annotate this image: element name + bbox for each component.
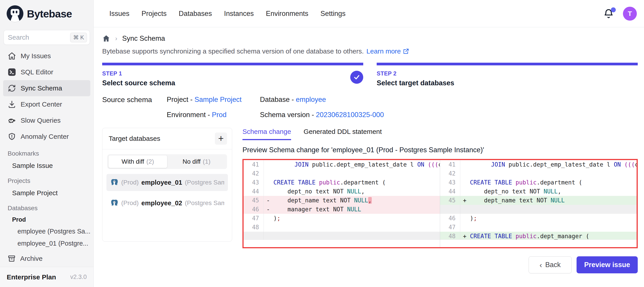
archive-icon — [8, 255, 16, 263]
tab-no-diff[interactable]: No diff(1) — [167, 155, 226, 168]
sidebar-item-slow-queries[interactable]: Slow Queries — [3, 112, 90, 128]
section-header-databases: Databases — [0, 199, 94, 214]
line-content: JOIN public.dept_emp_latest_date l ON ((… — [460, 160, 636, 169]
source-schema-label: Source schema — [102, 96, 167, 119]
section-header-projects: Projects — [0, 172, 94, 187]
target-panel-title: Target databases — [109, 135, 160, 142]
sidebar-item-sql-editor[interactable]: SQL Editor — [3, 64, 90, 80]
target-databases-panel: Target databases + With diff(2)No diff(1… — [102, 128, 232, 242]
line-content: CREATE TABLE public.department ( — [460, 178, 636, 187]
horizontal-scrollbar[interactable] — [440, 240, 636, 247]
diff-rows-target: 41 JOIN public.dept_emp_latest_date l ON… — [440, 160, 636, 240]
check-icon — [353, 74, 360, 81]
sidebar-item-my-issues[interactable]: My Issues — [3, 48, 90, 64]
source-field: Project - Sample Project — [167, 96, 260, 104]
source-field: Schema version - 20230628100325-000 — [260, 111, 384, 119]
topnav-item-projects[interactable]: Projects — [142, 10, 167, 18]
diff-line: 42 — [244, 169, 440, 178]
source-field-prefix: Environment - — [167, 111, 212, 119]
brand-wordmark: Bytebase — [27, 7, 72, 20]
page-description: Bytebase supports synchronizing a specif… — [102, 47, 638, 55]
source-schema-summary: Source schema Project - Sample ProjectDa… — [102, 96, 638, 119]
postgres-icon — [110, 199, 118, 207]
step-2-label: STEP 2 — [377, 70, 638, 77]
line-number: 42 — [244, 169, 264, 178]
sidebar-item-label: Anomaly Center — [20, 133, 69, 140]
topnav-item-databases[interactable]: Databases — [179, 10, 212, 18]
tab-with-diff[interactable]: With diff(2) — [108, 155, 167, 168]
line-number: 45 — [244, 196, 264, 205]
target-db-instance: (Postgres Sampl... — [185, 179, 224, 186]
notifications-button[interactable] — [603, 8, 614, 19]
plan-name: Enterprise Plan — [7, 273, 56, 281]
header-right: T — [603, 7, 637, 20]
sidebar-item-export-center[interactable]: Export Center — [3, 96, 90, 112]
diff-pane-target: 41 JOIN public.dept_emp_latest_date l ON… — [440, 160, 636, 247]
source-field-link[interactable]: employee — [296, 96, 326, 103]
line-content: ); — [460, 214, 636, 223]
avatar[interactable]: T — [623, 7, 637, 20]
sidebar-item-label: My Issues — [20, 52, 51, 60]
line-number: 43 — [440, 178, 460, 187]
sidebar-item-sync-schema[interactable]: Sync Schema — [3, 80, 90, 96]
sidebar-item-label: Slow Queries — [20, 117, 60, 124]
diff-line: 45+ dept_name text NOT NULL — [440, 196, 636, 205]
database-item[interactable]: employee_01 (Postgre... — [0, 237, 94, 249]
source-field-link[interactable]: Sample Project — [194, 96, 242, 103]
tab-label: With diff — [122, 158, 144, 165]
diff-line: 46- manager text NOT NULL — [244, 205, 440, 214]
turtle-icon — [8, 116, 16, 125]
sidebar-item-archive[interactable]: Archive — [0, 252, 94, 266]
line-content — [264, 223, 440, 232]
topnav-item-issues[interactable]: Issues — [109, 10, 130, 18]
line-content: JOIN public.dept_emp_latest_date l ON ((… — [264, 160, 440, 169]
target-db-name: employee_02 — [142, 200, 182, 207]
target-database-row[interactable]: (Prod)employee_02(Postgres Samp... — [106, 195, 228, 212]
chevron-right-icon: › — [115, 35, 117, 42]
step-completed-badge — [350, 71, 363, 84]
topnav-item-environments[interactable]: Environments — [266, 10, 308, 18]
diff-line: 46 ); — [440, 214, 636, 223]
diff-line: 41 JOIN public.dept_emp_latest_date l ON… — [244, 160, 440, 169]
target-database-row[interactable]: (Prod)employee_01(Postgres Sampl... — [106, 174, 228, 191]
topnav-item-instances[interactable]: Instances — [224, 10, 254, 18]
section-header-bookmarks: Bookmarks — [0, 145, 94, 159]
source-field: Database - employee — [260, 96, 384, 104]
diff-line: 47 — [440, 223, 636, 232]
line-number: 48 — [440, 232, 460, 240]
home-icon[interactable] — [102, 34, 110, 42]
preview-issue-button[interactable]: Preview issue — [576, 256, 638, 273]
source-field-link[interactable]: 20230628100325-000 — [316, 111, 384, 119]
project-item-sample-project[interactable]: Sample Project — [0, 187, 94, 199]
search-input[interactable] — [8, 33, 70, 41]
postgres-icon — [110, 178, 118, 187]
bookmark-item-sample-issue[interactable]: Sample Issue — [0, 159, 94, 172]
sidebar-item-anomaly-center[interactable]: Anomaly Center — [3, 128, 90, 145]
diff-pane-source: 41 JOIN public.dept_emp_latest_date l ON… — [244, 160, 440, 247]
terminal-icon — [8, 68, 16, 76]
line-content — [460, 223, 636, 232]
horizontal-scrollbar[interactable] — [244, 240, 440, 247]
breadcrumb: › Sync Schema — [102, 34, 638, 42]
source-field-link[interactable]: Prod — [212, 111, 226, 119]
add-target-database-button[interactable]: + — [215, 133, 227, 145]
line-number: 47 — [244, 214, 264, 223]
search-box[interactable]: ⌘ K — [4, 30, 90, 45]
diff-line: 44 dept_no text NOT NULL, — [440, 187, 636, 196]
line-number: 43 — [244, 178, 264, 187]
brand-logo[interactable]: Bytebase — [0, 0, 94, 27]
line-content — [460, 169, 636, 178]
step-1-title: Select source schema — [102, 79, 363, 87]
sidebar: Bytebase ⌘ K My IssuesSQL EditorSync Sch… — [0, 0, 94, 287]
panels-row: Target databases + With diff(2)No diff(1… — [102, 128, 638, 248]
diff-filter-tabs: With diff(2)No diff(1) — [107, 154, 227, 169]
sidebar-item-label: Export Center — [20, 100, 62, 108]
external-link-icon — [403, 48, 410, 55]
topnav-item-settings[interactable]: Settings — [320, 10, 346, 18]
database-item[interactable]: employee_02 (Postgre... — [0, 249, 94, 252]
back-button[interactable]: ‹ Back — [528, 256, 572, 273]
tab-generated-ddl-statement[interactable]: Generated DDL statement — [304, 128, 382, 140]
database-item[interactable]: employee (Postgres Sa... — [0, 225, 94, 237]
learn-more-link[interactable]: Learn more — [366, 47, 409, 55]
tab-schema-change[interactable]: Schema change — [242, 128, 291, 140]
